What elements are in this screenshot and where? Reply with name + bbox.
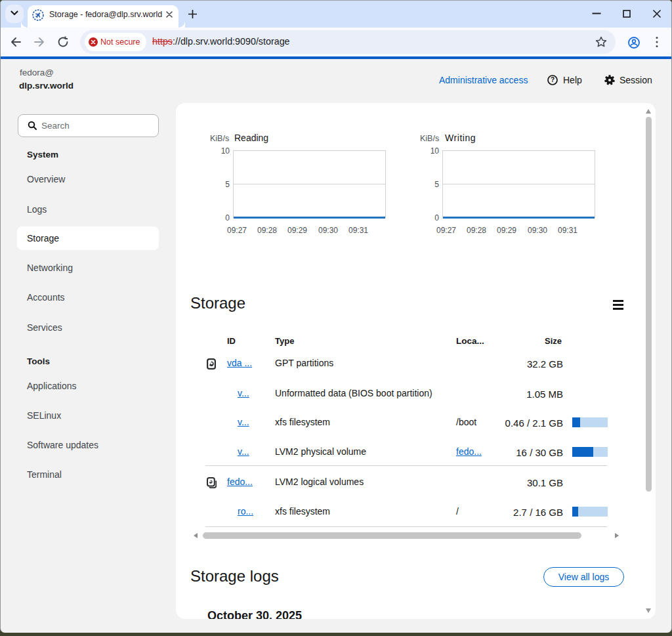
svg-text:?: ? bbox=[551, 76, 555, 83]
